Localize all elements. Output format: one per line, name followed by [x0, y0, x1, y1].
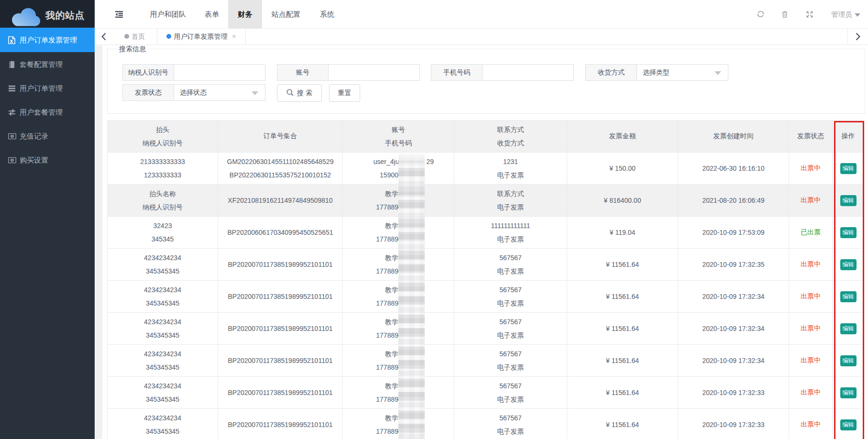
- svg-text:1: 1: [11, 134, 13, 138]
- svg-text:1: 1: [11, 158, 13, 162]
